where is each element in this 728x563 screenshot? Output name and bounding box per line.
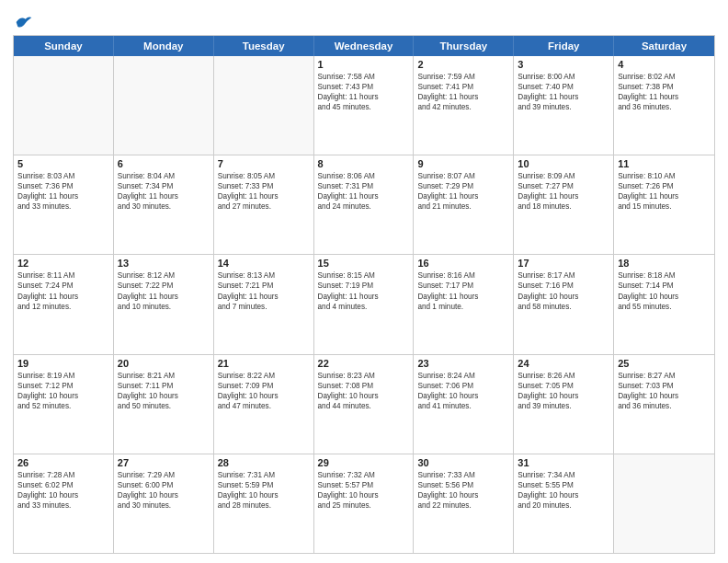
cal-cell-15: 15Sunrise: 8:15 AM Sunset: 7:19 PM Dayli… [314,255,415,353]
cal-cell-31: 31Sunrise: 7:34 AM Sunset: 5:55 PM Dayli… [514,454,614,553]
cal-cell-29: 29Sunrise: 7:32 AM Sunset: 5:57 PM Dayli… [314,454,415,553]
calendar-row-3: 19Sunrise: 8:19 AM Sunset: 7:12 PM Dayli… [14,355,714,454]
cal-cell-13: 13Sunrise: 8:12 AM Sunset: 7:22 PM Dayli… [114,255,214,353]
day-number: 16 [417,258,509,269]
day-info: Sunrise: 8:19 AM Sunset: 7:12 PM Dayligh… [17,371,109,411]
day-number: 5 [17,158,109,169]
logo-bird-icon [15,13,33,31]
logo [13,13,33,29]
day-info: Sunrise: 7:58 AM Sunset: 7:43 PM Dayligh… [318,72,410,112]
day-number: 4 [618,59,711,70]
cal-cell-5: 5Sunrise: 8:03 AM Sunset: 7:36 PM Daylig… [14,155,114,254]
weekday-header-wednesday: Wednesday [314,36,415,56]
day-number: 10 [518,158,609,169]
day-number: 30 [417,457,509,468]
cal-cell-25: 25Sunrise: 8:27 AM Sunset: 7:03 PM Dayli… [614,355,714,454]
day-number: 7 [218,158,310,169]
weekday-header-sunday: Sunday [14,36,114,56]
day-number: 15 [318,258,410,269]
day-number: 9 [417,158,509,169]
day-info: Sunrise: 8:21 AM Sunset: 7:11 PM Dayligh… [118,371,210,411]
day-info: Sunrise: 8:03 AM Sunset: 7:36 PM Dayligh… [17,171,109,212]
calendar-row-2: 12Sunrise: 8:11 AM Sunset: 7:24 PM Dayli… [14,255,714,354]
cal-cell-empty-4-6 [614,454,714,553]
day-number: 19 [17,358,109,369]
day-number: 3 [518,59,609,70]
cal-cell-12: 12Sunrise: 8:11 AM Sunset: 7:24 PM Dayli… [14,255,114,353]
header [13,9,715,29]
cal-cell-28: 28Sunrise: 7:31 AM Sunset: 5:59 PM Dayli… [214,454,314,553]
day-info: Sunrise: 8:27 AM Sunset: 7:03 PM Dayligh… [618,371,711,411]
day-info: Sunrise: 8:23 AM Sunset: 7:08 PM Dayligh… [318,371,410,411]
day-info: Sunrise: 7:34 AM Sunset: 5:55 PM Dayligh… [518,470,609,511]
cal-cell-27: 27Sunrise: 7:29 AM Sunset: 6:00 PM Dayli… [114,454,214,553]
day-info: Sunrise: 8:00 AM Sunset: 7:40 PM Dayligh… [518,72,609,112]
weekday-header-tuesday: Tuesday [214,36,314,56]
calendar: SundayMondayTuesdayWednesdayThursdayFrid… [13,35,715,554]
day-number: 18 [618,258,711,269]
day-number: 11 [618,158,711,169]
day-number: 25 [618,358,711,369]
day-info: Sunrise: 8:24 AM Sunset: 7:06 PM Dayligh… [417,371,509,411]
cal-cell-22: 22Sunrise: 8:23 AM Sunset: 7:08 PM Dayli… [314,355,415,454]
day-info: Sunrise: 8:11 AM Sunset: 7:24 PM Dayligh… [17,270,109,311]
day-info: Sunrise: 8:10 AM Sunset: 7:26 PM Dayligh… [618,171,711,212]
day-info: Sunrise: 7:31 AM Sunset: 5:59 PM Dayligh… [218,470,310,511]
day-info: Sunrise: 8:06 AM Sunset: 7:31 PM Dayligh… [318,171,410,212]
cal-cell-30: 30Sunrise: 7:33 AM Sunset: 5:56 PM Dayli… [414,454,514,553]
day-info: Sunrise: 8:12 AM Sunset: 7:22 PM Dayligh… [118,270,210,311]
cal-cell-20: 20Sunrise: 8:21 AM Sunset: 7:11 PM Dayli… [114,355,214,454]
day-info: Sunrise: 8:07 AM Sunset: 7:29 PM Dayligh… [417,171,509,212]
weekday-header-thursday: Thursday [414,36,514,56]
weekday-header-friday: Friday [514,36,614,56]
day-info: Sunrise: 8:09 AM Sunset: 7:27 PM Dayligh… [518,171,609,212]
day-number: 2 [417,59,509,70]
cal-cell-18: 18Sunrise: 8:18 AM Sunset: 7:14 PM Dayli… [614,255,714,353]
cal-cell-3: 3Sunrise: 8:00 AM Sunset: 7:40 PM Daylig… [514,56,614,155]
cal-cell-14: 14Sunrise: 8:13 AM Sunset: 7:21 PM Dayli… [214,255,314,353]
day-info: Sunrise: 8:15 AM Sunset: 7:19 PM Dayligh… [318,270,410,311]
calendar-body: 1Sunrise: 7:58 AM Sunset: 7:43 PM Daylig… [14,56,714,553]
day-number: 23 [417,358,509,369]
page: SundayMondayTuesdayWednesdayThursdayFrid… [0,0,728,563]
cal-cell-19: 19Sunrise: 8:19 AM Sunset: 7:12 PM Dayli… [14,355,114,454]
day-number: 12 [17,258,109,269]
cal-cell-empty-0-0 [14,56,114,155]
day-number: 26 [17,457,109,468]
day-info: Sunrise: 8:05 AM Sunset: 7:33 PM Dayligh… [218,171,310,212]
day-number: 13 [118,258,210,269]
cal-cell-empty-0-1 [114,56,214,155]
calendar-row-1: 5Sunrise: 8:03 AM Sunset: 7:36 PM Daylig… [14,155,714,255]
day-info: Sunrise: 7:32 AM Sunset: 5:57 PM Dayligh… [318,470,410,511]
day-info: Sunrise: 8:16 AM Sunset: 7:17 PM Dayligh… [417,270,509,311]
day-info: Sunrise: 8:02 AM Sunset: 7:38 PM Dayligh… [618,72,711,112]
day-info: Sunrise: 7:33 AM Sunset: 5:56 PM Dayligh… [417,470,509,511]
cal-cell-21: 21Sunrise: 8:22 AM Sunset: 7:09 PM Dayli… [214,355,314,454]
day-number: 1 [318,59,410,70]
day-number: 27 [118,457,210,468]
day-info: Sunrise: 7:29 AM Sunset: 6:00 PM Dayligh… [118,470,210,511]
calendar-header: SundayMondayTuesdayWednesdayThursdayFrid… [14,36,714,56]
day-number: 24 [518,358,609,369]
cal-cell-23: 23Sunrise: 8:24 AM Sunset: 7:06 PM Dayli… [414,355,514,454]
cal-cell-2: 2Sunrise: 7:59 AM Sunset: 7:41 PM Daylig… [414,56,514,155]
cal-cell-empty-0-2 [214,56,314,155]
day-number: 28 [218,457,310,468]
day-info: Sunrise: 8:04 AM Sunset: 7:34 PM Dayligh… [118,171,210,212]
weekday-header-monday: Monday [114,36,214,56]
cal-cell-4: 4Sunrise: 8:02 AM Sunset: 7:38 PM Daylig… [614,56,714,155]
cal-cell-7: 7Sunrise: 8:05 AM Sunset: 7:33 PM Daylig… [214,155,314,254]
cal-cell-9: 9Sunrise: 8:07 AM Sunset: 7:29 PM Daylig… [414,155,514,254]
cal-cell-1: 1Sunrise: 7:58 AM Sunset: 7:43 PM Daylig… [314,56,415,155]
day-number: 21 [218,358,310,369]
cal-cell-26: 26Sunrise: 7:28 AM Sunset: 6:02 PM Dayli… [14,454,114,553]
day-info: Sunrise: 7:28 AM Sunset: 6:02 PM Dayligh… [17,470,109,511]
day-info: Sunrise: 8:18 AM Sunset: 7:14 PM Dayligh… [618,270,711,311]
cal-cell-24: 24Sunrise: 8:26 AM Sunset: 7:05 PM Dayli… [514,355,614,454]
cal-cell-17: 17Sunrise: 8:17 AM Sunset: 7:16 PM Dayli… [514,255,614,353]
calendar-row-4: 26Sunrise: 7:28 AM Sunset: 6:02 PM Dayli… [14,454,714,553]
cal-cell-10: 10Sunrise: 8:09 AM Sunset: 7:27 PM Dayli… [514,155,614,254]
day-number: 17 [518,258,609,269]
day-number: 8 [318,158,410,169]
day-number: 29 [318,457,410,468]
